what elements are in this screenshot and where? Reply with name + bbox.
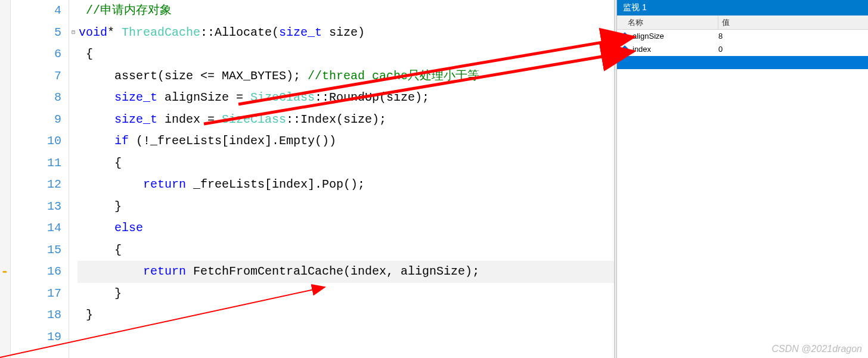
breakpoint-margin[interactable]: ➨ xyxy=(0,0,11,358)
watch-variable-icon xyxy=(617,46,633,52)
code-line[interactable]: { xyxy=(78,239,614,262)
fold-toggle xyxy=(69,0,78,22)
margin-cell[interactable] xyxy=(0,0,10,22)
line-number: 15 xyxy=(11,239,61,262)
code-line[interactable]: //申请内存对象 xyxy=(78,0,614,22)
code-line[interactable]: { xyxy=(78,152,614,175)
line-number: 18 xyxy=(11,304,61,326)
fold-toggle xyxy=(69,239,78,262)
code-line[interactable]: assert(size <= MAX_BYTES); //thread cach… xyxy=(78,66,614,88)
watch-header-row: 名称 值 xyxy=(617,15,868,30)
code-text-area[interactable]: //申请内存对象void* ThreadCache::Allocate(size… xyxy=(78,0,614,358)
line-number: 10 xyxy=(11,130,61,152)
fold-toggle xyxy=(69,152,78,175)
fold-toggle xyxy=(69,87,78,109)
margin-cell[interactable] xyxy=(0,43,10,66)
margin-cell[interactable] xyxy=(0,283,10,305)
code-line[interactable]: if (!_freeLists[index].Empty()) xyxy=(78,130,614,152)
watch-panel: 监视 1 名称 值 alignSize8index0 xyxy=(617,0,868,358)
line-number: 9 xyxy=(11,109,61,131)
margin-cell[interactable]: ➨ xyxy=(0,261,10,283)
margin-cell[interactable] xyxy=(0,304,10,326)
code-line[interactable]: return FetchFromCentralCache(index, alig… xyxy=(78,261,614,283)
watch-row[interactable]: index0 xyxy=(617,43,868,56)
fold-toggle xyxy=(69,326,78,348)
margin-cell[interactable] xyxy=(0,130,10,152)
fold-toggle xyxy=(69,66,78,88)
watch-row[interactable]: alignSize8 xyxy=(617,30,868,43)
margin-cell[interactable] xyxy=(0,326,10,348)
line-number: 19 xyxy=(11,326,61,348)
line-number: 4 xyxy=(11,0,61,22)
margin-cell[interactable] xyxy=(0,22,10,44)
margin-cell[interactable] xyxy=(0,87,10,109)
watch-variable-icon xyxy=(617,33,633,39)
fold-toggle xyxy=(69,261,78,283)
line-number: 7 xyxy=(11,66,61,88)
margin-cell[interactable] xyxy=(0,217,10,239)
code-line[interactable]: } xyxy=(78,283,614,305)
code-line[interactable]: size_t index = SizeClass::Index(size); xyxy=(78,109,614,131)
code-line[interactable]: } xyxy=(78,304,614,326)
line-number: 13 xyxy=(11,196,61,218)
line-number: 6 xyxy=(11,43,61,66)
fold-toggle[interactable]: ⊟ xyxy=(69,22,78,44)
line-number: 11 xyxy=(11,152,61,175)
fold-toggle xyxy=(69,196,78,218)
line-number: 5 xyxy=(11,22,61,44)
current-line-arrow-icon: ➨ xyxy=(2,267,7,277)
watch-variable-name[interactable]: index xyxy=(633,45,718,54)
code-line[interactable]: return _freeLists[index].Pop(); xyxy=(78,174,614,196)
line-number: 8 xyxy=(11,87,61,109)
code-line[interactable]: size_t alignSize = SizeClass::RoundUp(si… xyxy=(78,87,614,109)
margin-cell[interactable] xyxy=(0,239,10,262)
watch-header-name[interactable]: 名称 xyxy=(617,15,718,29)
fold-toggle xyxy=(69,130,78,152)
watch-variable-value: 0 xyxy=(718,45,723,54)
watch-title-text: 监视 1 xyxy=(623,2,647,13)
line-number: 16 xyxy=(11,261,61,283)
margin-cell[interactable] xyxy=(0,196,10,218)
fold-toggle xyxy=(69,217,78,239)
margin-cell[interactable] xyxy=(0,174,10,196)
fold-toggle xyxy=(69,283,78,305)
watch-variable-value: 8 xyxy=(718,32,723,41)
fold-toggle xyxy=(69,109,78,131)
margin-cell[interactable] xyxy=(0,109,10,131)
code-line[interactable]: { xyxy=(78,43,614,66)
code-editor[interactable]: ➨ 45678910111213141516171819 ⊟ //申请内存对象v… xyxy=(0,0,614,358)
watch-panel-title[interactable]: 监视 1 xyxy=(617,0,868,15)
code-line[interactable]: void* ThreadCache::Allocate(size_t size) xyxy=(78,22,614,44)
code-line[interactable]: } xyxy=(78,196,614,218)
margin-cell[interactable] xyxy=(0,66,10,88)
fold-toggle xyxy=(69,43,78,66)
fold-column[interactable]: ⊟ xyxy=(69,0,78,358)
line-number-gutter: 45678910111213141516171819 xyxy=(11,0,69,358)
watch-new-expression-row[interactable] xyxy=(617,56,868,69)
watch-variable-name[interactable]: alignSize xyxy=(633,32,718,41)
line-number: 12 xyxy=(11,174,61,196)
code-line[interactable]: else xyxy=(78,217,614,239)
line-number: 14 xyxy=(11,217,61,239)
fold-toggle xyxy=(69,174,78,196)
fold-toggle xyxy=(69,304,78,326)
line-number: 17 xyxy=(11,283,61,305)
watch-header-value[interactable]: 值 xyxy=(718,17,868,28)
margin-cell[interactable] xyxy=(0,152,10,175)
code-line[interactable] xyxy=(78,326,614,348)
